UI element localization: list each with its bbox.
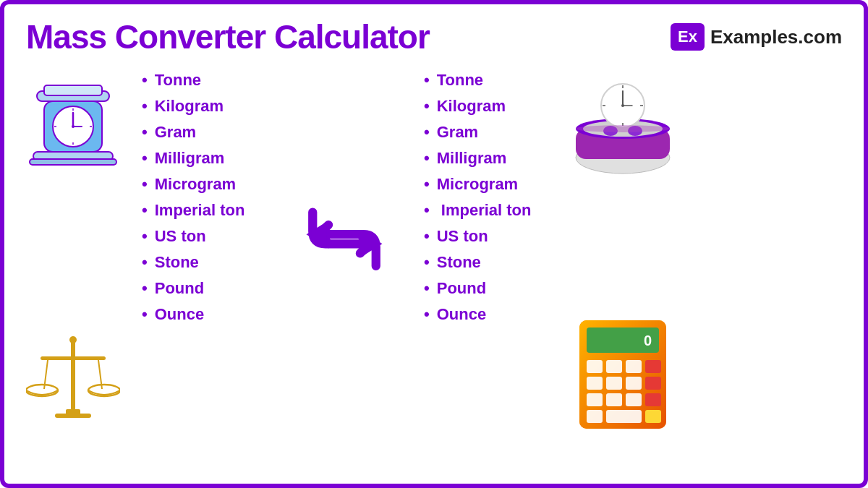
right-item-6: Imperial ton [437,201,532,220]
kitchen-scale-icon [22,71,124,187]
bullet: • [142,149,148,168]
bullet: • [424,97,430,116]
bullet: • [424,305,430,324]
list-item: • Kilogram [142,97,286,116]
left-item-3: Gram [155,123,196,142]
bullet: • [142,97,148,116]
bullet: • [424,253,430,272]
list-item: • Gram [424,123,561,142]
svg-rect-45 [626,360,642,373]
left-item-10: Ounce [155,305,204,324]
bullet: • [142,305,148,324]
right-item-5: Microgram [437,175,518,194]
list-item: • Tonne [142,71,286,90]
bullet: • [424,175,430,194]
svg-rect-50 [645,377,661,390]
svg-rect-48 [606,377,622,390]
svg-rect-49 [626,377,642,390]
right-list: • Tonne • Kilogram • Gram • Milligram • … [402,64,561,331]
list-item: • US ton [424,227,561,246]
list-item: • Imperial ton [142,201,286,220]
list-item: • Kilogram [424,97,561,116]
page-container: Mass Converter Calculator Ex Examples.co… [0,0,868,488]
list-item: • US ton [142,227,286,246]
right-item-9: Pound [437,279,486,298]
logo-box: Ex [671,23,705,51]
arrows-area [286,64,402,440]
list-item: • Imperial ton [424,201,561,220]
svg-point-21 [69,336,77,343]
list-item: • Microgram [424,175,561,194]
svg-rect-51 [587,393,603,406]
list-item: • Stone [424,253,561,272]
header: Mass Converter Calculator Ex Examples.co… [4,4,864,64]
list-item: • Ounce [142,305,286,324]
svg-rect-47 [587,377,603,390]
left-item-2: Kilogram [155,97,224,116]
left-icons [12,64,127,440]
left-list: • Tonne • Kilogram • Gram • Milligram • … [127,64,286,331]
left-item-4: Milligram [155,149,225,168]
list-item: • Milligram [424,149,561,168]
svg-rect-1 [44,85,102,95]
bullet: • [424,71,430,90]
left-item-6: Imperial ton [155,201,245,220]
left-item-8: Stone [155,253,199,272]
svg-rect-43 [587,360,603,373]
bullet: • [142,175,148,194]
list-item: • Microgram [142,175,286,194]
svg-point-38 [576,125,670,132]
right-item-8: Stone [437,253,481,272]
list-item: • Pound [142,279,286,298]
list-item: • Stone [142,253,286,272]
right-item-1: Tonne [437,71,483,90]
bullet: • [142,227,148,246]
svg-rect-52 [606,393,622,406]
list-item: • Gram [142,123,286,142]
bullet: • [424,149,430,168]
svg-rect-12 [30,159,116,165]
bidirectional-arrows-icon [294,174,395,301]
svg-text:0: 0 [644,333,652,348]
bullet: • [142,279,148,298]
svg-rect-56 [606,410,642,423]
svg-rect-20 [55,414,91,418]
right-item-2: Kilogram [437,97,506,116]
bullet: • [424,227,430,246]
svg-rect-14 [41,356,106,360]
bullet: • [142,123,148,142]
main-content: • Tonne • Kilogram • Gram • Milligram • … [4,64,864,487]
svg-rect-57 [645,410,661,423]
right-item-3: Gram [437,123,478,142]
logo-text: Examples.com [710,26,842,48]
bullet: • [142,253,148,272]
list-item: • Milligram [142,149,286,168]
left-item-5: Microgram [155,175,236,194]
bullet: • [142,201,148,220]
left-item-9: Pound [155,279,204,298]
right-item-7: US ton [437,227,488,246]
svg-rect-46 [645,360,661,373]
calculator-icon: 0 [576,317,670,432]
left-item-1: Tonne [155,71,201,90]
bullet: • [142,71,148,90]
svg-rect-54 [645,393,661,406]
right-icons: 0 [561,64,684,440]
svg-rect-13 [71,338,75,411]
right-item-10: Ounce [437,305,486,324]
page-title: Mass Converter Calculator [26,17,430,56]
list-item: • Pound [424,279,561,298]
svg-rect-44 [606,360,622,373]
bullet: • [424,201,430,220]
bullet: • [424,279,430,298]
svg-rect-53 [626,393,642,406]
list-item: • Ounce [424,305,561,324]
logo-area: Ex Examples.com [671,23,842,51]
bullet: • [424,123,430,142]
svg-rect-55 [587,410,603,423]
left-item-7: US ton [155,227,206,246]
right-item-4: Milligram [437,149,507,168]
list-item: • Tonne [424,71,561,90]
balance-scale-icon [26,317,120,432]
bathroom-scale-icon [569,71,677,179]
